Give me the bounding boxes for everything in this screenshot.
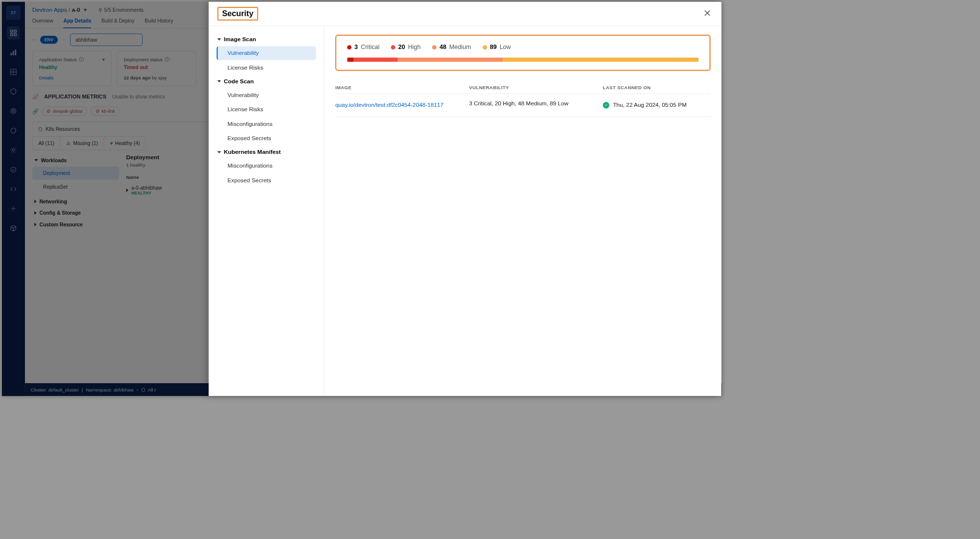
sev-high: 20 High [391, 44, 420, 51]
sev-low: 89 Low [483, 44, 511, 51]
sidebar-item-secrets-code[interactable]: Exposed Secrets [217, 132, 316, 146]
severity-summary: 3 Critical 20 High 48 Medium [335, 35, 710, 71]
sidebar-item-misconfig-k8s[interactable]: Misconfigurations [217, 159, 316, 173]
group-image-scan[interactable]: Image Scan [214, 33, 319, 46]
sev-medium: 48 Medium [432, 44, 471, 51]
sidebar-item-license-risks[interactable]: License Risks [217, 61, 316, 74]
modal-sidebar: Image Scan Vulnerability License Risks C… [209, 26, 324, 396]
last-scanned: ✓ Thu, 22 Aug 2024, 05:05 PM [603, 100, 710, 110]
sidebar-item-license-risks-code[interactable]: License Risks [217, 103, 316, 117]
severity-bar-chart [347, 57, 698, 62]
group-code-scan[interactable]: Code Scan [214, 75, 319, 88]
sidebar-item-vulnerability[interactable]: Vulnerability [217, 46, 316, 60]
sev-critical: 3 Critical [347, 44, 379, 51]
group-k8s-manifest[interactable]: Kubernetes Manifest [214, 146, 319, 158]
scan-table-header: IMAGE VULNERABILITY LAST SCANNED ON [335, 81, 710, 94]
modal-main: 3 Critical 20 High 48 Medium [324, 26, 721, 396]
scan-table-row[interactable]: quay.io/devtron/test:df2c0454-2048-18117… [335, 94, 710, 117]
sidebar-item-secrets-k8s[interactable]: Exposed Secrets [217, 173, 316, 187]
close-button[interactable] [702, 7, 712, 21]
security-modal: Security Image Scan Vulnerability Licens… [209, 2, 721, 396]
check-icon: ✓ [603, 102, 609, 108]
modal-title: Security [218, 7, 258, 21]
close-icon [704, 10, 710, 16]
vuln-summary: 3 Critical, 20 High, 48 Medium, 89 Low [469, 100, 603, 110]
sidebar-item-vulnerability-code[interactable]: Vulnerability [217, 88, 316, 102]
image-link[interactable]: quay.io/devtron/test:df2c0454-2048-18117 [335, 100, 469, 110]
modal-overlay: Security Image Scan Vulnerability Licens… [2, 2, 722, 396]
sidebar-item-misconfig-code[interactable]: Misconfigurations [217, 117, 316, 131]
